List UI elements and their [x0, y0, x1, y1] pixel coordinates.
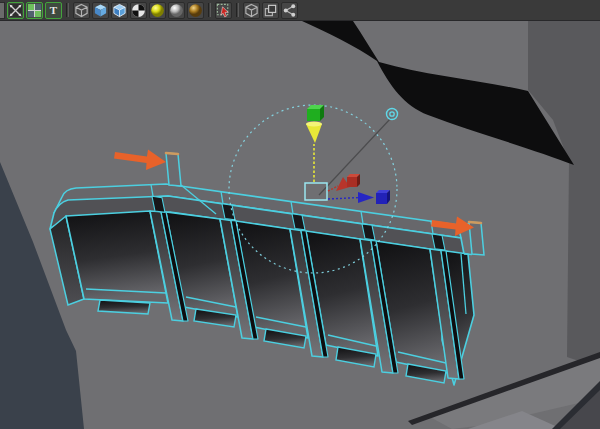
bottom-tab-1[interactable]: [98, 300, 150, 314]
xray-mode-icon[interactable]: [243, 2, 260, 19]
wireframe-on-shaded-icon[interactable]: [111, 2, 128, 19]
textured-mode-icon[interactable]: [130, 2, 147, 19]
z-axis-cube: [376, 190, 390, 204]
x-axis-cube: [347, 174, 360, 187]
lighting-icon[interactable]: [149, 2, 166, 19]
isolate-select-icon[interactable]: [215, 2, 232, 19]
split-view-icon[interactable]: [26, 2, 43, 19]
left-spur-highlight-edge: [166, 153, 178, 154]
material-icon[interactable]: [187, 2, 204, 19]
clipped-left-icon[interactable]: [0, 2, 5, 19]
toolbar-separator: [208, 3, 211, 17]
application-window: T: [0, 0, 600, 429]
y-axis-cube: [307, 105, 324, 121]
text-tool-glyph: T: [50, 5, 57, 16]
text-tool-icon[interactable]: T: [45, 2, 62, 19]
shaded-mode-icon[interactable]: [92, 2, 109, 19]
toolbar-separator: [66, 3, 69, 17]
wireframe-mode-icon[interactable]: [73, 2, 90, 19]
default-material-icon[interactable]: [168, 2, 185, 19]
quad-view-icon[interactable]: [7, 2, 24, 19]
toolbar-separator: [236, 3, 239, 17]
joint-xray-icon[interactable]: [281, 2, 298, 19]
backface-culling-icon[interactable]: [262, 2, 279, 19]
viewport-toolbar: T: [0, 0, 600, 21]
3d-viewport[interactable]: [0, 21, 600, 429]
right-spur-highlight-edge: [469, 222, 481, 223]
